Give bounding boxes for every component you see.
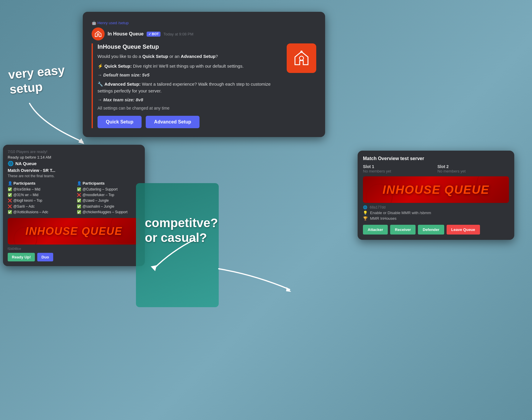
annotation-easy: very easy setup xyxy=(8,63,67,97)
quick-title: Quick Setup: xyxy=(104,64,132,69)
duo-button[interactable]: Duo xyxy=(37,253,53,261)
banner-text-right: INHOUSE QUEUE xyxy=(382,183,489,196)
bot-name: In House Queue xyxy=(108,31,144,37)
list-item: ✅ @sashalini – Jungle xyxy=(77,204,140,209)
card-bottom-buttons: Ready Up! Duo xyxy=(8,253,140,261)
participants-col2: 👤 Participants ✅ @Cutterling – Support ❌… xyxy=(77,181,140,215)
ready-deadline: Ready up before 1:14 AM xyxy=(8,155,140,159)
setup-buttons: Quick Setup Advanced Setup xyxy=(98,116,281,128)
svg-marker-5 xyxy=(286,287,291,292)
leave-queue-button[interactable]: Leave Queue xyxy=(447,225,480,235)
right-banner: INHOUSE QUEUE xyxy=(363,176,509,203)
participants-col1: 👤 Participants ✅ @IceStrike – Mid ✅ @31%… xyxy=(8,181,71,215)
teams-warning: These are not the final teams. xyxy=(8,174,140,178)
globe-icon: 🌐 xyxy=(8,161,14,166)
list-item: ❌ @logll keoni – Top xyxy=(8,198,71,204)
mmr-enable-row: 💡 Enable or Disable MMR with /sbmm xyxy=(363,211,509,215)
quick-section: ⚡ Quick Setup: Dive right in! We'll set … xyxy=(98,63,281,70)
advanced-section: 🔧 Advanced Setup: Want a tailored experi… xyxy=(98,81,281,94)
advanced-title: Advanced Setup: xyxy=(104,82,141,87)
arrow-right-competitive xyxy=(201,266,296,295)
svg-point-2 xyxy=(299,56,304,60)
svg-marker-0 xyxy=(78,138,84,144)
embed-container: InHouse Queue Setup Would you like to do… xyxy=(92,43,316,128)
quick-setup-button[interactable]: Quick Setup xyxy=(98,116,142,128)
ready-count-header: 7/10 Players are ready! xyxy=(8,149,140,154)
ready-up-button[interactable]: Ready Up! xyxy=(8,253,35,261)
embed-title: InHouse Queue Setup xyxy=(98,43,281,50)
embed-footer: All settings can be changed at any time xyxy=(98,106,281,110)
hash-id-left: f1b048ce xyxy=(8,247,140,250)
list-item: ✅ @Xotticillusions – Adc xyxy=(8,209,71,215)
embed-intro-text: Would you like to do a Quick Setup or an… xyxy=(98,53,281,60)
right-card-buttons: Attacker Receiver Defender Leave Queue xyxy=(363,225,509,235)
list-item: ❌ @Sarili – Adc xyxy=(8,204,71,209)
list-item: ✅ @31% wr – Mid xyxy=(8,192,71,198)
main-discord-card: 🤖 Henry used /setup In House Queue ✓ BOT… xyxy=(83,12,325,137)
advanced-setup-button[interactable]: Advanced Setup xyxy=(146,116,199,128)
house-icon xyxy=(94,30,102,38)
match-title: Match Overview - SR T... xyxy=(8,168,140,173)
lightbulb-icon: 💡 xyxy=(363,211,368,215)
list-item: ❌ @noodlefuker – Top xyxy=(77,192,140,198)
queue-name-row: 🌐 NA Queue xyxy=(8,161,140,166)
right-discord-card: Match Overview test server Slot 1 No mem… xyxy=(358,151,514,240)
message-timestamp: Today at 9:08 PM xyxy=(163,32,193,36)
mmr-label-row: 🏆 MMR InHouses xyxy=(363,216,509,221)
bot-badge: ✓ BOT xyxy=(147,32,160,37)
quick-default: → Default team size: 5v5 xyxy=(98,72,281,77)
banner-text-left: INHOUSE QUEUE xyxy=(25,225,122,237)
bot-avatar xyxy=(92,27,105,40)
list-item: ✅ @zawd – Jungle xyxy=(77,198,140,204)
list-item: ✅ @chickenNuggies – Support xyxy=(77,209,140,215)
arrow-left-competitive xyxy=(148,236,207,272)
participants-grid: 👤 Participants ✅ @IceStrike – Mid ✅ @31%… xyxy=(8,181,140,215)
left-banner: INHOUSE QUEUE xyxy=(8,218,140,245)
attacker-button[interactable]: Attacker xyxy=(363,225,388,235)
embed-house-icon xyxy=(293,49,310,67)
slot-2: Slot 2 No members yet xyxy=(437,164,509,173)
arrow-easy-setup xyxy=(24,100,89,148)
command-line: 🤖 Henry used /setup xyxy=(92,21,316,25)
receiver-button[interactable]: Receiver xyxy=(390,225,416,235)
embed-icon-box xyxy=(287,43,316,73)
advanced-max: → Max team size: 8v8 xyxy=(98,97,281,102)
list-item: ✅ @Cutterling – Support xyxy=(77,187,140,192)
embed-content: InHouse Queue Setup Would you like to do… xyxy=(98,43,281,128)
slot-1: Slot 1 No members yet xyxy=(363,164,434,173)
right-match-title: Match Overview test server xyxy=(363,156,509,161)
queue-name-text: NA Queue xyxy=(15,161,37,166)
svg-marker-4 xyxy=(151,265,157,271)
slots-row: Slot 1 No members yet Slot 2 No members … xyxy=(363,164,509,173)
hash-icon: 🌐 xyxy=(363,205,367,209)
hash-id-right: 68a177dd xyxy=(370,205,385,209)
defender-button[interactable]: Defender xyxy=(418,225,444,235)
left-discord-card: 7/10 Players are ready! Ready up before … xyxy=(3,145,145,266)
list-item: ✅ @IceStrike – Mid xyxy=(8,187,71,192)
bot-header: In House Queue ✓ BOT Today at 9:08 PM xyxy=(92,27,316,40)
right-card-footer: 🌐 68a177dd xyxy=(363,205,509,209)
trophy-icon: 🏆 xyxy=(363,216,368,221)
